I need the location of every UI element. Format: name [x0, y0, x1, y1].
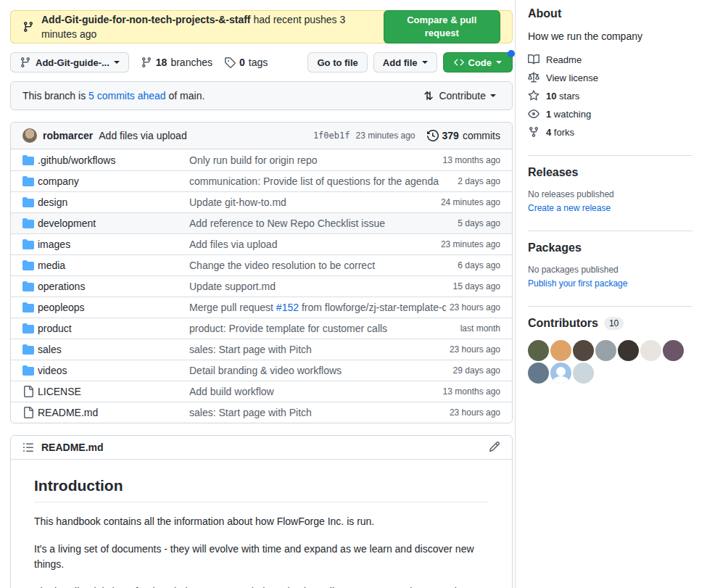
branch-selector-button[interactable]: Add-Git-guide-...	[10, 52, 129, 73]
file-name-link[interactable]: design	[38, 196, 186, 208]
issue-link[interactable]: #152	[276, 302, 299, 313]
law-icon	[528, 72, 539, 83]
create-release-link[interactable]: Create a new release	[528, 203, 611, 213]
file-commit-age[interactable]: 23 hours ago	[450, 344, 500, 355]
file-name-link[interactable]: company	[38, 175, 186, 187]
file-row[interactable]: README.md sales: Start page with Pitch 2…	[11, 402, 512, 423]
file-commit-message[interactable]: Update support.md	[189, 281, 450, 292]
contributor-avatar[interactable]	[640, 340, 661, 361]
folder-icon	[22, 239, 34, 250]
go-to-file-button[interactable]: Go to file	[307, 52, 367, 73]
file-commit-message[interactable]: Update git-how-to.md	[189, 196, 437, 208]
tags-link[interactable]: 0 tags	[224, 57, 268, 68]
file-commit-message[interactable]: product: Provide template for customer c…	[189, 323, 457, 334]
file-commit-age[interactable]: 6 days ago	[458, 260, 500, 270]
commit-message[interactable]: Add files via upload	[99, 130, 186, 141]
file-row[interactable]: LICENSE Add build workflow 13 months ago	[11, 381, 512, 402]
contributor-avatar[interactable]	[618, 340, 639, 361]
file-commit-age[interactable]: 5 days ago	[458, 218, 500, 228]
chevron-down-icon	[114, 61, 120, 64]
file-name-link[interactable]: videos	[38, 365, 186, 376]
chevron-down-icon	[490, 94, 496, 97]
file-row[interactable]: peopleops Merge pull request #152 from f…	[11, 297, 512, 318]
edit-readme-button[interactable]	[489, 441, 500, 455]
file-commit-message[interactable]: Add files via upload	[189, 239, 437, 250]
readme-paragraph: It's a living set of documents - they wi…	[34, 542, 489, 573]
about-list-item[interactable]: 1 watching	[528, 108, 692, 120]
file-commit-age[interactable]: 13 months ago	[443, 155, 500, 165]
file-row[interactable]: sales sales: Start page with Pitch 23 ho…	[11, 339, 512, 360]
file-row[interactable]: design Update git-how-to.md 24 minutes a…	[11, 191, 512, 212]
about-list-item[interactable]: 10 stars	[528, 90, 692, 102]
file-name-link[interactable]: media	[38, 260, 186, 271]
publish-package-link[interactable]: Publish your first package	[528, 278, 627, 289]
file-name-link[interactable]: README.md	[38, 407, 186, 418]
about-description: How we run the company	[528, 30, 692, 42]
add-file-button[interactable]: Add file	[373, 52, 437, 73]
file-commit-age[interactable]: 23 hours ago	[450, 302, 500, 312]
releases-empty-text: No releases published	[528, 189, 692, 199]
star-icon	[528, 90, 539, 102]
list-icon[interactable]	[22, 442, 34, 453]
branches-label: branches	[170, 57, 212, 68]
contributor-avatar[interactable]	[573, 340, 594, 361]
file-commit-message[interactable]: Only run build for origin repo	[189, 154, 439, 166]
contributors-section: Contributors 10	[528, 307, 692, 401]
about-list-item[interactable]: Readme	[528, 54, 692, 65]
git-branch-icon	[22, 21, 34, 33]
commit-author[interactable]: robmarcer	[43, 130, 93, 141]
about-section: About How we run the company Readme View…	[528, 7, 692, 156]
commit-history-link[interactable]: 379 commits	[427, 130, 500, 141]
file-commit-age[interactable]: 24 minutes ago	[441, 197, 500, 207]
contributor-avatar[interactable]	[595, 340, 616, 361]
file-commit-age[interactable]: 15 days ago	[453, 281, 500, 291]
file-commit-message[interactable]: sales: Start page with Pitch	[189, 344, 446, 355]
file-row[interactable]: media Change the video resolution to be …	[11, 254, 512, 276]
contributors-title: Contributors	[528, 317, 598, 330]
file-name-link[interactable]: peopleops	[38, 302, 186, 313]
file-commit-message[interactable]: Add reference to New Repo Checklist issu…	[189, 218, 454, 229]
file-commit-age[interactable]: 2 days ago	[458, 176, 500, 186]
about-list-item[interactable]: View license	[528, 72, 692, 83]
file-row[interactable]: company communication: Provide list of q…	[11, 170, 512, 191]
file-commit-age[interactable]: 23 minutes ago	[441, 239, 500, 249]
file-name-link[interactable]: product	[38, 323, 186, 334]
contributor-avatar[interactable]	[573, 363, 594, 384]
file-row[interactable]: videos Detail branding & video workflows…	[11, 360, 512, 381]
contributor-avatar[interactable]	[528, 340, 549, 361]
code-button[interactable]: Code	[443, 52, 513, 73]
file-name-link[interactable]: development	[38, 218, 186, 229]
file-commit-message[interactable]: Merge pull request #152 from flowforge/z…	[189, 302, 446, 313]
file-commit-age[interactable]: last month	[460, 323, 500, 334]
file-commit-message[interactable]: communication: Provide list of questions…	[189, 175, 454, 187]
contributor-avatar[interactable]	[550, 340, 571, 361]
contributor-avatar[interactable]	[528, 363, 549, 384]
file-commit-age[interactable]: 29 days ago	[453, 365, 500, 376]
file-commit-message[interactable]: sales: Start page with Pitch	[189, 407, 446, 418]
file-row[interactable]: development Add reference to New Repo Ch…	[11, 212, 512, 233]
file-name-link[interactable]: LICENSE	[38, 386, 186, 397]
file-commit-message[interactable]: Add build workflow	[189, 386, 439, 397]
commit-hash[interactable]: 1f0eb1f	[313, 131, 350, 141]
contributor-avatar[interactable]	[663, 340, 684, 361]
file-name-link[interactable]: operations	[38, 281, 186, 292]
file-commit-age[interactable]: 13 months ago	[443, 386, 500, 397]
contribute-button[interactable]: Contribute	[418, 89, 500, 102]
file-commit-message[interactable]: Change the video resolution to be correc…	[189, 260, 454, 271]
file-name-link[interactable]: .github/workflows	[38, 154, 186, 166]
compare-pull-request-button[interactable]: Compare & pull request	[384, 10, 501, 44]
file-row[interactable]: .github/workflows Only run build for ori…	[11, 149, 512, 170]
file-commit-message[interactable]: Detail branding & video workflows	[189, 365, 450, 376]
file-row[interactable]: images Add files via upload 23 minutes a…	[11, 233, 512, 254]
file-row[interactable]: operations Update support.md 15 days ago	[11, 276, 512, 297]
contributor-avatar[interactable]	[550, 363, 571, 384]
commit-author-avatar[interactable]	[22, 128, 37, 143]
file-row[interactable]: product product: Provide template for cu…	[11, 318, 512, 339]
commits-ahead-link[interactable]: 5 commits ahead	[88, 90, 166, 102]
file-name-link[interactable]: images	[38, 239, 186, 250]
about-list-item[interactable]: 4 forks	[528, 126, 692, 138]
file-commit-age[interactable]: 23 hours ago	[450, 407, 500, 418]
branches-link[interactable]: 18 branches	[141, 57, 212, 68]
file-name-link[interactable]: sales	[38, 344, 186, 355]
commit-time: 23 minutes ago	[355, 131, 415, 141]
